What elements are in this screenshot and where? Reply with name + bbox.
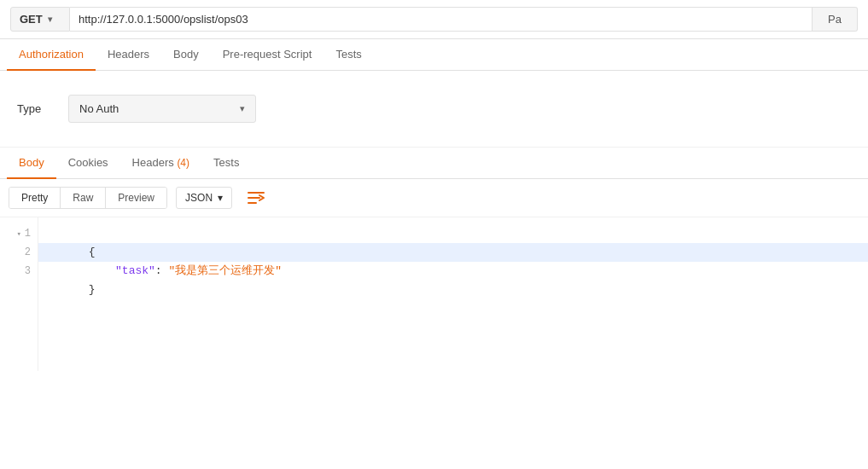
line-numbers: ▾ 1 2 3: [0, 217, 38, 371]
auth-section: Type No Auth ▾: [0, 71, 868, 148]
tab-body-res[interactable]: Body: [7, 148, 56, 179]
json-key: "task": [115, 264, 155, 277]
preview-button[interactable]: Preview: [105, 188, 166, 208]
tab-cookies[interactable]: Cookies: [56, 148, 120, 179]
pretty-button[interactable]: Pretty: [9, 188, 60, 208]
line-num-1: ▾ 1: [0, 224, 38, 243]
tab-pre-request-script[interactable]: Pre-request Script: [211, 39, 324, 71]
code-line-1: {: [38, 224, 868, 243]
method-chevron: ▾: [48, 14, 52, 24]
brace-close: }: [89, 283, 96, 296]
tab-tests-res[interactable]: Tests: [201, 148, 251, 179]
raw-button[interactable]: Raw: [60, 188, 105, 208]
json-format-select[interactable]: JSON ▾: [176, 187, 232, 209]
json-format-label: JSON: [185, 192, 213, 204]
auth-type-select[interactable]: No Auth ▾: [68, 95, 256, 123]
line-num-3: 3: [0, 262, 38, 281]
response-tabs: Body Cookies Headers (4) Tests: [0, 148, 868, 179]
wrap-button[interactable]: [241, 186, 271, 210]
code-line-2: "task": "我是第三个运维开发": [38, 243, 868, 262]
json-format-chevron: ▾: [218, 192, 223, 204]
code-area: ▾ 1 2 3 { "task": "我是第三个运维开发" }: [0, 217, 868, 371]
auth-type-label: Type: [17, 102, 51, 115]
brace-open: {: [89, 246, 96, 258]
format-bar: Pretty Raw Preview JSON ▾: [0, 179, 868, 217]
auth-type-value: No Auth: [79, 102, 119, 115]
format-button-group: Pretty Raw Preview: [9, 187, 167, 209]
url-input[interactable]: [70, 7, 813, 32]
auth-type-chevron: ▾: [240, 103, 245, 114]
tab-tests-req[interactable]: Tests: [323, 39, 373, 71]
line-arrow-1: ▾: [16, 229, 20, 239]
tab-authorization[interactable]: Authorization: [7, 39, 96, 71]
json-value: "我是第三个运维开发": [168, 264, 282, 277]
request-tabs: Authorization Headers Body Pre-request S…: [0, 39, 868, 71]
tab-headers-res[interactable]: Headers (4): [120, 148, 201, 179]
method-select[interactable]: GET ▾: [10, 7, 70, 32]
tab-body-req[interactable]: Body: [161, 39, 211, 71]
headers-badge: (4): [177, 157, 189, 169]
line-num-2: 2: [0, 243, 38, 262]
code-content[interactable]: { "task": "我是第三个运维开发" }: [38, 217, 868, 371]
url-bar: GET ▾ Pa: [0, 0, 868, 39]
method-label: GET: [20, 13, 43, 26]
tab-headers-req[interactable]: Headers: [96, 39, 161, 71]
send-button[interactable]: Pa: [813, 7, 858, 32]
wrap-icon: [248, 190, 265, 206]
